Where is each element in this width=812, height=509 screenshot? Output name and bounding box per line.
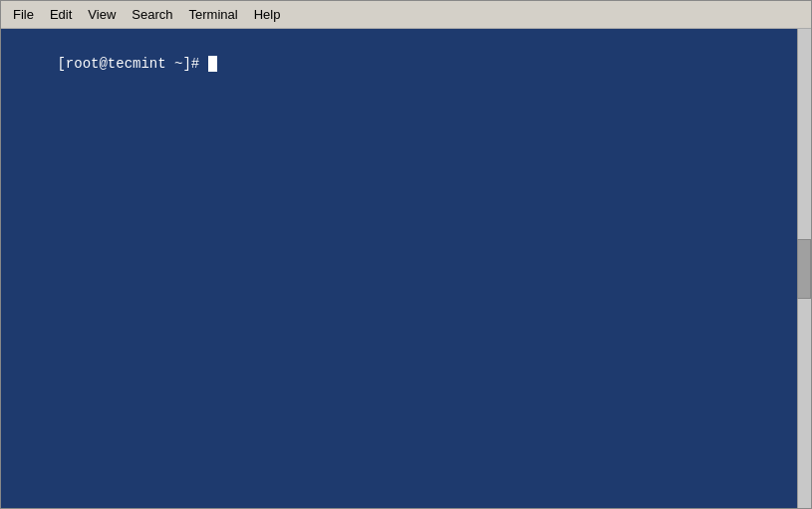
menu-edit[interactable]: Edit: [42, 5, 80, 24]
terminal-prompt-line: [root@tecmint ~]#: [7, 35, 805, 94]
terminal-cursor: [208, 56, 217, 72]
menu-help[interactable]: Help: [246, 5, 289, 24]
scrollbar-thumb[interactable]: [797, 239, 811, 299]
menu-file[interactable]: File: [5, 5, 42, 24]
menu-search[interactable]: Search: [124, 5, 180, 24]
terminal-prompt: [root@tecmint ~]#: [57, 56, 207, 72]
menu-view[interactable]: View: [80, 5, 124, 24]
scrollbar[interactable]: [797, 29, 811, 508]
menu-terminal[interactable]: Terminal: [181, 5, 246, 24]
terminal-window: File Edit View Search Terminal Help [roo…: [0, 0, 812, 509]
terminal-area[interactable]: [root@tecmint ~]#: [1, 29, 811, 508]
menubar: File Edit View Search Terminal Help: [1, 1, 811, 29]
